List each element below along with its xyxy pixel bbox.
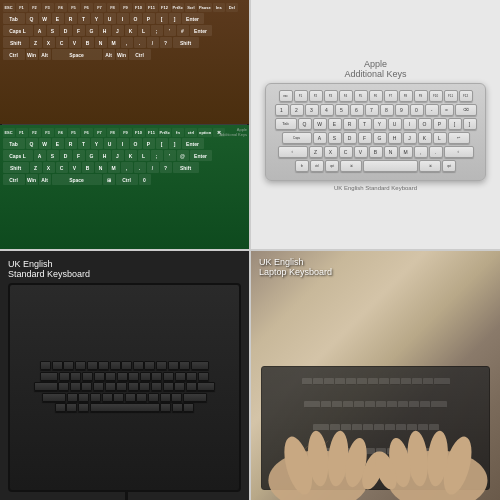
g-key-t: T [78, 138, 90, 149]
g-key-l: L [138, 150, 150, 161]
apple-keyboard-visual: esc F1 F2 F3 F4 F5 F6 F7 F8 F9 F10 F11 F… [265, 83, 486, 181]
ak-f2: F2 [309, 90, 323, 102]
g-key-f11: F11 [146, 128, 158, 137]
ak-dot: . [429, 146, 443, 158]
bk-0 [156, 361, 167, 370]
bk-q [59, 372, 70, 381]
ak-shift-l: ⇧ [278, 146, 308, 158]
key-esc: ESC [3, 3, 15, 12]
bk-5 [98, 361, 109, 370]
ak-k: K [418, 132, 432, 144]
key-t: T [78, 13, 90, 24]
bk-a [58, 382, 69, 391]
ak-del: ⌫ [455, 104, 477, 116]
g-key-at: @ [177, 150, 189, 161]
bk-v [102, 393, 113, 402]
key-x: X [43, 37, 55, 48]
g-key-a: A [34, 150, 46, 161]
key-del: Del [226, 3, 238, 12]
ak-f6: F6 [369, 90, 383, 102]
bk-enter2 [197, 382, 215, 391]
g-key-win-l: Win [26, 174, 38, 185]
g-key-rbracket: ] [169, 138, 181, 149]
ak-2: 2 [290, 104, 304, 116]
ak-com: , [414, 146, 428, 158]
g-key-0: 0 [139, 174, 151, 185]
ak-x: X [324, 146, 338, 158]
ak-i: I [403, 118, 417, 130]
bk-m [136, 393, 147, 402]
ak-lbr: [ [448, 118, 462, 130]
g-key-f5: F5 [68, 128, 80, 137]
uk-laptop-title-wrapper: UK English Laptop Keysboard [259, 257, 332, 281]
uk-standard-title: UK English Standard Keysboard [8, 259, 241, 279]
key-period: . [134, 37, 146, 48]
bk-r [94, 372, 105, 381]
key-a: A [34, 25, 46, 36]
bk-j [128, 382, 139, 391]
ak-opt: opt [325, 160, 339, 172]
g-key-z: Z [30, 162, 42, 173]
key-n: N [95, 37, 107, 48]
key-r: R [65, 13, 77, 24]
key-shift-r: Shift [173, 37, 199, 48]
ak-g: G [373, 132, 387, 144]
bk-p [163, 372, 174, 381]
key-ins: Ins [213, 3, 225, 12]
bk-bs [191, 361, 209, 370]
key-enter: Enter [182, 13, 204, 24]
ak-f7: F7 [384, 90, 398, 102]
g-key-f7: F7 [94, 128, 106, 137]
ak-tab: Tab [275, 118, 297, 130]
g-key-b: B [82, 162, 94, 173]
g-key-win-r: ⊞ [103, 174, 115, 185]
g-key-ctrl: ctrl [185, 128, 197, 137]
ak-t: T [358, 118, 372, 130]
g-key-f3: F3 [42, 128, 54, 137]
ak-r: R [343, 118, 357, 130]
keyboard-cable [125, 490, 128, 500]
ak-f10: F10 [429, 90, 443, 102]
ak-f1: F1 [294, 90, 308, 102]
bk-4 [87, 361, 98, 370]
key-f: F [73, 25, 85, 36]
g-key-f4: F4 [55, 128, 67, 137]
bk-1 [52, 361, 63, 370]
key-pause: Pause [198, 3, 212, 12]
key-win-r: Win [116, 49, 128, 60]
ak-minus: - [425, 104, 439, 116]
bk-shift-r [183, 393, 207, 402]
g-key-x: X [43, 162, 55, 173]
bk-n [125, 393, 136, 402]
key-ctrl-l: Ctrl [3, 49, 25, 60]
key-b: B [82, 37, 94, 48]
key-f12: F12 [159, 3, 171, 12]
key-f4: F4 [55, 3, 67, 12]
ak-3: 3 [305, 104, 319, 116]
key-m: M [108, 37, 120, 48]
bk-win-l [66, 403, 77, 412]
ak-f11: F11 [444, 90, 458, 102]
key-q: Q [26, 13, 38, 24]
key-space: Space [52, 49, 102, 60]
ak-e: E [328, 118, 342, 130]
key-f9: F9 [120, 3, 132, 12]
g-key-prtsc: PrtSc [159, 128, 171, 137]
g-key-ctrl-l: Ctrl [3, 174, 25, 185]
g-key-j: J [112, 150, 124, 161]
uk-laptop-title: UK English Laptop Keysboard [259, 257, 332, 277]
bk-y [117, 372, 128, 381]
g-key-p: P [143, 138, 155, 149]
g-key-semi: ; [151, 150, 163, 161]
key-f7: F7 [94, 3, 106, 12]
g-key-enter2: Enter [190, 150, 212, 161]
ak-d: D [343, 132, 357, 144]
g-key-h: H [99, 150, 111, 161]
key-f6: F6 [81, 3, 93, 12]
g-key-tab: Tab [3, 138, 25, 149]
g-key-n: N [95, 162, 107, 173]
ak-l: L [433, 132, 447, 144]
apple-section-label: AppleAdditional Keys [219, 127, 247, 137]
key-j: J [112, 25, 124, 36]
ak-caps: Caps [282, 132, 312, 144]
